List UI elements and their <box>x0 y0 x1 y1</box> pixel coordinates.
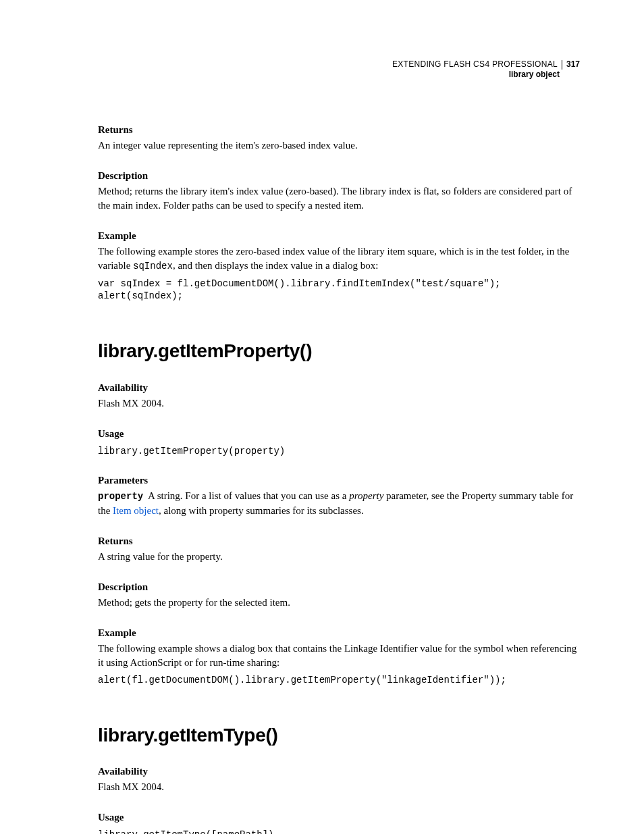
description-body: Method; returns the library item's index… <box>98 184 580 213</box>
returns-body: A string value for the property. <box>98 550 580 564</box>
availability-body: Flash MX 2004. <box>98 396 580 411</box>
header-separator <box>562 60 562 70</box>
usage-code: library.getItemProperty(property) <box>98 445 580 458</box>
api-heading-getitemproperty: library.getItemProperty() <box>98 338 580 364</box>
description-body: Method; gets the property for the select… <box>98 596 580 610</box>
code-block: var sqIndex = fl.getDocumentDOM().librar… <box>98 278 580 303</box>
param-name-code: property <box>98 491 143 502</box>
example-heading: Example <box>98 626 580 640</box>
running-header: EXTENDING FLASH CS4 PROFESSIONAL 317 lib… <box>392 59 580 80</box>
description-heading: Description <box>98 169 580 183</box>
availability-body: Flash MX 2004. <box>98 780 580 794</box>
example-body: The following example stores the zero-ba… <box>98 244 580 273</box>
returns-heading: Returns <box>98 534 580 548</box>
param-name-italic: property <box>349 490 383 501</box>
api-heading-getitemtype: library.getItemType() <box>98 722 580 748</box>
page-content: Returns An integer value representing th… <box>98 59 580 834</box>
example-heading: Example <box>98 229 580 243</box>
item-object-link[interactable]: Item object <box>113 505 159 516</box>
usage-heading: Usage <box>98 427 580 441</box>
returns-body: An integer value representing the item's… <box>98 138 580 153</box>
page: EXTENDING FLASH CS4 PROFESSIONAL 317 lib… <box>0 0 644 834</box>
returns-heading: Returns <box>98 123 580 137</box>
chapter-title: library object <box>392 70 580 80</box>
availability-heading: Availability <box>98 381 580 395</box>
usage-heading: Usage <box>98 810 580 825</box>
param-text-pre: A string. For a list of values that you … <box>148 490 349 501</box>
example-text-post: , and then displays the index value in a… <box>173 260 379 271</box>
parameters-body: property A string. For a list of values … <box>98 489 580 518</box>
param-text-post: , along with property summaries for its … <box>159 505 364 516</box>
code-block: alert(fl.getDocumentDOM().library.getIte… <box>98 674 580 687</box>
usage-code: library.getItemType([namePath]) <box>98 829 580 834</box>
availability-heading: Availability <box>98 764 580 779</box>
example-body: The following example shows a dialog box… <box>98 642 580 670</box>
doc-title: EXTENDING FLASH CS4 PROFESSIONAL <box>392 59 562 70</box>
parameters-heading: Parameters <box>98 473 580 488</box>
inline-code-sqindex: sqIndex <box>133 261 173 271</box>
page-number: 317 <box>566 59 580 70</box>
description-heading: Description <box>98 580 580 594</box>
